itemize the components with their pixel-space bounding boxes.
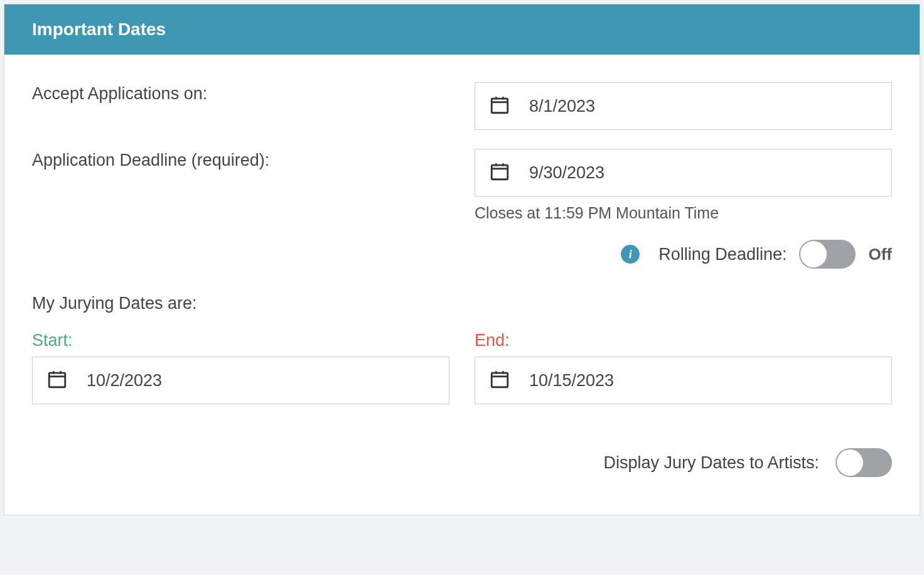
jurying-dates-header: My Jurying Dates are: (32, 294, 892, 313)
jury-start-label: Start: (32, 331, 449, 350)
panel-header: Important Dates (4, 4, 920, 55)
application-deadline-input-col: 9/30/2023 Closes at 11:59 PM Mountain Ti… (475, 149, 892, 269)
rolling-deadline-label: Rolling Deadline: (658, 245, 787, 264)
application-deadline-label: Application Deadline (required): (32, 149, 449, 173)
rolling-deadline-toggle[interactable] (799, 240, 856, 269)
panel-title: Important Dates (32, 19, 166, 39)
calendar-icon (489, 161, 510, 185)
jury-end-date-input[interactable]: 10/15/2023 (475, 357, 892, 404)
deadline-helptext: Closes at 11:59 PM Mountain Time (475, 204, 892, 222)
display-jury-dates-label: Display Jury Dates to Artists: (603, 453, 819, 473)
info-icon[interactable]: i (621, 245, 640, 264)
jury-end-col: End: 10/15/2023 (475, 331, 892, 404)
application-deadline-value: 9/30/2023 (529, 163, 604, 183)
svg-rect-12 (492, 373, 508, 387)
important-dates-panel: Important Dates Accept Applications on: (4, 4, 920, 515)
application-deadline-date-input[interactable]: 9/30/2023 (475, 149, 892, 196)
application-deadline-label-col: Application Deadline (required): (32, 149, 449, 269)
svg-rect-8 (49, 373, 65, 387)
svg-rect-0 (492, 99, 508, 113)
calendar-icon (489, 94, 510, 118)
application-deadline-row: Application Deadline (required): 9/30/20… (32, 149, 892, 269)
jury-end-value: 10/15/2023 (529, 371, 614, 390)
accept-applications-input-col: 8/1/2023 (475, 82, 892, 130)
display-jury-dates-row: Display Jury Dates to Artists: (32, 448, 892, 477)
toggle-knob (837, 449, 863, 476)
rolling-deadline-row: i Rolling Deadline: Off (475, 240, 892, 269)
accept-applications-label-col: Accept Applications on: (32, 82, 449, 130)
calendar-icon (46, 368, 68, 392)
jury-start-col: Start: 10/2/2023 (32, 331, 449, 404)
accept-applications-row: Accept Applications on: 8/1/2023 (32, 82, 892, 130)
svg-rect-4 (492, 165, 508, 180)
jury-start-value: 10/2/2023 (87, 371, 162, 390)
panel-body: Accept Applications on: 8/1/2023 (4, 55, 920, 515)
display-jury-dates-toggle[interactable] (835, 448, 892, 477)
calendar-icon (489, 368, 510, 392)
accept-applications-date-input[interactable]: 8/1/2023 (475, 82, 892, 130)
accept-applications-label: Accept Applications on: (32, 82, 449, 106)
jury-end-label: End: (475, 331, 892, 350)
rolling-deadline-state: Off (868, 245, 892, 264)
accept-applications-value: 8/1/2023 (529, 97, 595, 116)
toggle-knob (800, 241, 827, 267)
jurying-dates-row: Start: 10/2/2023 End: (32, 331, 892, 404)
jury-start-date-input[interactable]: 10/2/2023 (32, 357, 449, 404)
